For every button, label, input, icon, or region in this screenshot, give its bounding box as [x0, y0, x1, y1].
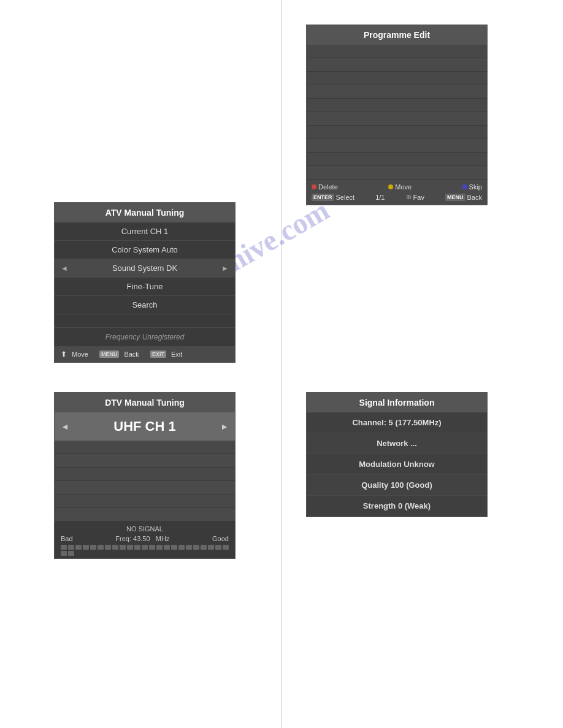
- atv-current-ch[interactable]: Current CH 1: [55, 222, 235, 241]
- signal-information-panel: Signal Information Channel: 5 (177.50MHz…: [306, 392, 488, 517]
- dtv-bar-6: [98, 545, 104, 550]
- programme-row-7[interactable]: [307, 126, 487, 139]
- programme-row-3[interactable]: [307, 72, 487, 85]
- dtv-bar-2: [68, 545, 74, 550]
- dtv-bar-9: [120, 545, 126, 550]
- dtv-bar-24: [61, 551, 67, 556]
- programme-row-9[interactable]: [307, 153, 487, 166]
- dtv-bar-16: [171, 545, 177, 550]
- prog-page-item: 1/1: [375, 194, 385, 201]
- dtv-bar-18: [186, 545, 192, 550]
- dtv-empty-4: [55, 481, 235, 495]
- atv-sound-left-arrow[interactable]: ◄: [61, 264, 68, 273]
- dtv-bar-22: [215, 545, 221, 550]
- prog-back-item[interactable]: MENU Back: [445, 194, 482, 201]
- dtv-bar-3: [75, 545, 82, 550]
- dtv-bar-7: [105, 545, 111, 550]
- atv-fine-tune[interactable]: Fine-Tune: [55, 278, 235, 296]
- atv-back-label: Back: [124, 351, 139, 358]
- dtv-bar-1: [61, 545, 67, 550]
- dtv-no-signal: NO SIGNAL: [61, 525, 229, 533]
- delete-dot: [312, 184, 316, 189]
- atv-manual-tuning-panel: ATV Manual Tuning Current CH 1 Color Sys…: [54, 202, 236, 363]
- dtv-right-arrow[interactable]: ►: [220, 422, 229, 431]
- prog-select-label: Select: [336, 194, 355, 201]
- dtv-bar-5: [90, 545, 96, 550]
- dtv-bar-8: [112, 545, 118, 550]
- programme-row-2[interactable]: [307, 58, 487, 72]
- signal-channel: Channel: 5 (177.50MHz): [307, 412, 487, 433]
- atv-move-icon: ⬆: [61, 350, 67, 358]
- dtv-signal-area: NO SIGNAL Bad Freq: 43.50 MHz Good: [55, 521, 235, 558]
- dtv-empty-2: [55, 454, 235, 468]
- dtv-empty-1: [55, 441, 235, 454]
- prog-menu-icon: MENU: [445, 194, 465, 201]
- programme-rows: [307, 45, 487, 180]
- dtv-left-arrow[interactable]: ◄: [61, 422, 69, 431]
- dtv-freq-label: Freq: 43.50 MHz: [115, 535, 169, 542]
- prog-move-label: Move: [395, 183, 412, 191]
- prog-back-label: Back: [467, 194, 482, 201]
- signal-strength: Strength 0 (Weak): [307, 496, 487, 517]
- dtv-bar-15: [164, 545, 170, 550]
- dtv-empty-6: [55, 508, 235, 521]
- programme-row-1[interactable]: [307, 45, 487, 58]
- dtv-bar-12: [142, 545, 148, 550]
- prog-select-item[interactable]: ENTER Select: [312, 194, 354, 201]
- atv-color-system[interactable]: Color System Auto: [55, 241, 235, 259]
- prog-fav-item[interactable]: ⊕ Fav: [406, 193, 424, 201]
- dtv-bar-13: [149, 545, 155, 550]
- atv-title: ATV Manual Tuning: [55, 203, 235, 222]
- prog-delete-item[interactable]: Delete: [312, 183, 338, 191]
- dtv-title: DTV Manual Tuning: [55, 393, 235, 412]
- atv-sound-right-arrow[interactable]: ►: [221, 264, 229, 273]
- atv-sound-system[interactable]: ◄ Sound System DK ►: [55, 259, 235, 278]
- signal-network: Network ...: [307, 433, 487, 454]
- programme-row-4[interactable]: [307, 85, 487, 99]
- atv-move-label: Move: [72, 351, 88, 358]
- dtv-uhf-row[interactable]: ◄ UHF CH 1 ►: [55, 412, 235, 441]
- programme-edit-title: Programme Edit: [307, 25, 487, 45]
- prog-skip-item[interactable]: Skip: [462, 183, 482, 191]
- dtv-bar-21: [208, 545, 214, 550]
- dtv-bar-23: [223, 545, 229, 550]
- atv-empty-1: [55, 314, 235, 328]
- vertical-divider: [282, 0, 282, 728]
- atv-frequency: Frequency Unregistered: [55, 328, 235, 346]
- dtv-bar-container: [61, 545, 229, 556]
- dtv-bad-label: Bad: [61, 535, 73, 542]
- atv-search[interactable]: Search: [55, 296, 235, 314]
- dtv-empty-3: [55, 468, 235, 481]
- skip-dot: [462, 184, 467, 189]
- programme-row-10[interactable]: [307, 166, 487, 180]
- dtv-uhf-text: UHF CH 1: [69, 419, 220, 434]
- dtv-bar-19: [193, 545, 199, 550]
- dtv-bar-25: [68, 551, 74, 556]
- prog-delete-label: Delete: [318, 183, 338, 191]
- prog-move-item[interactable]: Move: [388, 183, 412, 191]
- dtv-good-label: Good: [212, 535, 229, 542]
- programme-footer: Delete Move Skip ENTER Select 1/1 ⊕ Fav: [307, 180, 487, 205]
- programme-row-5[interactable]: [307, 99, 487, 112]
- atv-menu-icon: MENU: [99, 351, 120, 358]
- prog-page: 1/1: [375, 194, 385, 201]
- enter-icon: ENTER: [312, 194, 334, 201]
- signal-quality: Quality 100 (Good): [307, 475, 487, 496]
- signal-modulation: Modulation Unknow: [307, 454, 487, 475]
- dtv-bar-4: [83, 545, 89, 550]
- atv-footer: ⬆ Move MENU Back EXIT Exit: [55, 346, 235, 362]
- programme-row-8[interactable]: [307, 139, 487, 153]
- fav-icon: ⊕: [406, 193, 412, 201]
- dtv-empty-5: [55, 495, 235, 508]
- dtv-bar-17: [178, 545, 185, 550]
- atv-sound-label: Sound System DK: [112, 264, 177, 273]
- dtv-bar-20: [201, 545, 207, 550]
- dtv-bar-10: [127, 545, 133, 550]
- prog-fav-label: Fav: [413, 194, 424, 201]
- dtv-manual-tuning-panel: DTV Manual Tuning ◄ UHF CH 1 ► NO SIGNAL…: [54, 392, 236, 559]
- dtv-bar-14: [156, 545, 163, 550]
- programme-row-6[interactable]: [307, 112, 487, 126]
- move-dot: [388, 184, 393, 189]
- programme-edit-panel: Programme Edit Delete Move Skip: [306, 25, 488, 205]
- dtv-freq-row: Bad Freq: 43.50 MHz Good: [61, 535, 229, 542]
